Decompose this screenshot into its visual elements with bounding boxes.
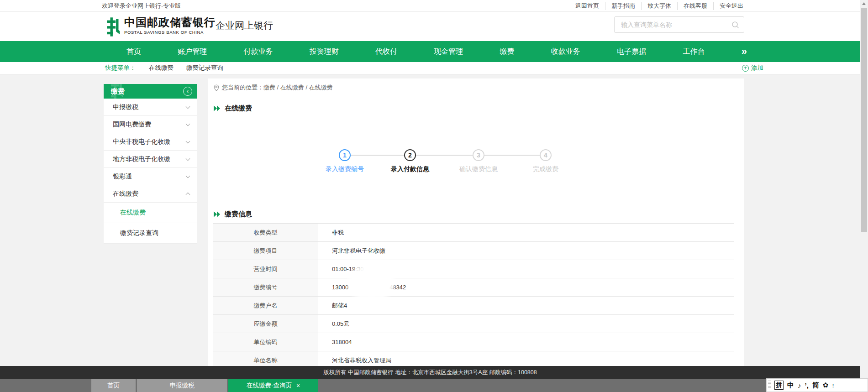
chevron-up-icon: [186, 193, 190, 197]
scrollbar-up-arrow[interactable]: [860, 0, 868, 7]
row-label: 收费类型: [213, 224, 318, 241]
chevron-down-icon: [186, 173, 190, 178]
breadcrumb: 您当前的位置：缴费 / 在线缴费 / 在线缴费: [208, 78, 744, 97]
sidebar-item-地方非税电子化收缴[interactable]: 地方非税电子化收缴: [104, 151, 197, 168]
quick-menu-bar: 快捷菜单： 在线缴费缴费记录查询 + 添加: [0, 62, 868, 74]
taskbar-tab-首页[interactable]: 首页: [91, 379, 136, 392]
main-nav-items: 首页账户管理付款业务投资理财代收付现金管理缴费收款业务电子票据工作台»: [104, 41, 749, 62]
ime-glyph-5[interactable]: 简: [812, 381, 819, 390]
breadcrumb-text: 您当前的位置：缴费 / 在线缴费 / 在线缴费: [222, 84, 333, 92]
row-label: 缴费户名: [213, 297, 318, 314]
bank-logo: 中国邮政储蓄银行 POSTAL SAVINGS BANK OF CHINA: [104, 16, 216, 37]
sidebar-item-label: 银彩通: [113, 172, 132, 181]
top-link-新手指南[interactable]: 新手指南: [605, 2, 635, 10]
nav-more-button[interactable]: »: [742, 47, 746, 56]
taskbar-tab-申报缴税[interactable]: 申报缴税: [137, 379, 227, 392]
table-row-收费类型: 收费类型非税: [213, 224, 734, 242]
row-value: 河北省非税收入管理局: [318, 351, 734, 366]
top-link-在线客服[interactable]: 在线客服: [677, 2, 707, 10]
table-row-缴费户名: 缴费户名邮储4: [213, 297, 734, 315]
sidebar-item-label: 申报缴税: [113, 103, 138, 111]
sidebar-item-中央非税电子化收缴[interactable]: 中央非税电子化收缴: [104, 133, 197, 151]
nav-item-现金管理[interactable]: 现金管理: [434, 47, 463, 57]
search-icon[interactable]: [731, 21, 739, 29]
row-value: 318004: [318, 333, 734, 351]
sidebar-subitem-label: 在线缴费: [120, 209, 146, 217]
table-row-应缴金额: 应缴金额0.05元: [213, 315, 734, 333]
main-panel: 您当前的位置：缴费 / 在线缴费 / 在线缴费 在线缴费 1录入缴费编号2录入付…: [208, 78, 744, 366]
nav-item-首页[interactable]: 首页: [126, 47, 141, 57]
row-label: 单位名称: [213, 351, 318, 366]
sidebar-item-label: 国网电费缴费: [113, 120, 151, 129]
redaction-blur: [361, 259, 389, 273]
top-link-安全退出[interactable]: 安全退出: [713, 2, 743, 10]
table-row-缴费项目: 缴费项目河北非税电子化收缴: [213, 242, 734, 260]
ime-glyph-3[interactable]: ♪: [798, 382, 801, 389]
nav-item-账户管理[interactable]: 账户管理: [178, 47, 207, 57]
nav-item-投资理财[interactable]: 投资理财: [310, 47, 339, 57]
main-nav: 首页账户管理付款业务投资理财代收付现金管理缴费收款业务电子票据工作台»: [0, 41, 868, 62]
section-title-online-payment: 在线缴费: [214, 104, 252, 113]
logo-divider: [208, 17, 208, 35]
close-tab-icon[interactable]: ×: [296, 382, 300, 389]
copyright-text: 版权所有 中国邮政储蓄银行 地址：北京市西城区金融大街3号A座 邮政编码：100…: [0, 366, 860, 379]
header: 中国邮政储蓄银行 POSTAL SAVINGS BANK OF CHINA 企业…: [0, 12, 868, 41]
row-value: 非税: [318, 224, 734, 241]
ime-glyph-4[interactable]: ’,: [805, 382, 809, 389]
quick-menu-item-在线缴费[interactable]: 在线缴费: [149, 64, 174, 72]
ime-glyph-6[interactable]: ✿: [823, 381, 829, 389]
nav-item-缴费[interactable]: 缴费: [500, 47, 515, 57]
sidebar-item-国网电费缴费[interactable]: 国网电费缴费: [104, 116, 197, 133]
plus-circle-icon: +: [742, 65, 749, 72]
sidebar-item-label: 在线缴费: [113, 190, 138, 198]
ime-glyph-1[interactable]: 拼: [774, 381, 784, 390]
sidebar-item-label: 地方非税电子化收缴: [113, 155, 170, 163]
value-fragment: 13000: [332, 284, 348, 291]
chevron-down-icon: [186, 139, 190, 143]
top-link-放大字体[interactable]: 放大字体: [641, 2, 671, 10]
sidebar-title: 缴费: [111, 87, 125, 96]
client-tab-bar: 首页申报缴税在线缴费-查询页×: [0, 379, 868, 392]
sidebar-collapse-button[interactable]: ‹: [183, 87, 192, 96]
nav-item-工作台[interactable]: 工作台: [683, 47, 705, 57]
sidebar-subitem-在线缴费[interactable]: 在线缴费: [104, 203, 197, 223]
portal-title: 企业网上银行: [216, 19, 273, 32]
nav-item-电子票据[interactable]: 电子票据: [617, 47, 646, 57]
sidebar-subitem-缴费记录查询[interactable]: 缴费记录查询: [104, 223, 197, 244]
menu-search-input[interactable]: [615, 17, 729, 32]
row-label: 营业时间: [213, 260, 318, 278]
step-label-4: 完成缴费: [514, 165, 578, 173]
sidebar-item-申报缴税[interactable]: 申报缴税: [104, 99, 197, 116]
row-value: 河北非税电子化收缴: [318, 242, 734, 260]
table-row-单位编码: 单位编码318004: [213, 333, 734, 351]
sidebar-item-在线缴费[interactable]: 在线缴费: [104, 185, 197, 203]
section-title-payment-info: 缴费信息: [214, 210, 252, 219]
ime-glyph-2[interactable]: 中: [787, 381, 794, 390]
ime-grip-handle[interactable]: [768, 381, 771, 390]
ime-more-icon[interactable]: ⁝: [832, 382, 834, 389]
welcome-text: 欢迎登录企业网上银行-专业版: [102, 0, 181, 12]
scrollbar-thumb[interactable]: [861, 8, 867, 232]
tab-label: 在线缴费-查询页: [247, 382, 292, 390]
double-arrow-icon: [214, 105, 221, 111]
sidebar-header: 缴费 ‹: [104, 84, 197, 99]
bank-emblem-icon: [104, 16, 121, 37]
quick-menu-item-缴费记录查询[interactable]: 缴费记录查询: [186, 64, 223, 72]
nav-item-收款业务[interactable]: 收款业务: [551, 47, 580, 57]
step-2: 2录入付款信息: [378, 149, 442, 173]
sidebar-item-银彩通[interactable]: 银彩通: [104, 168, 197, 185]
nav-item-代收付[interactable]: 代收付: [375, 47, 397, 57]
nav-item-付款业务[interactable]: 付款业务: [244, 47, 273, 57]
taskbar-tab-在线缴费-查询页[interactable]: 在线缴费-查询页×: [228, 379, 318, 392]
row-label: 应缴金额: [213, 315, 318, 333]
top-link-返回首页[interactable]: 返回首页: [575, 2, 599, 10]
screen: 欢迎登录企业网上银行-专业版 返回首页新手指南放大字体在线客服安全退出 中国邮政…: [0, 0, 868, 392]
sidebar-menu: 缴费 ‹ 申报缴税国网电费缴费中央非税电子化收缴地方非税电子化收缴银彩通在线缴费…: [104, 84, 197, 244]
step-circle-4: 4: [540, 149, 552, 161]
chevron-down-icon: [186, 121, 190, 126]
double-arrow-icon: [214, 211, 221, 217]
tab-label: 申报缴税: [170, 382, 195, 390]
add-quick-menu-button[interactable]: + 添加: [742, 62, 763, 74]
step-4: 4完成缴费: [514, 149, 578, 173]
row-label: 单位编码: [213, 333, 318, 351]
